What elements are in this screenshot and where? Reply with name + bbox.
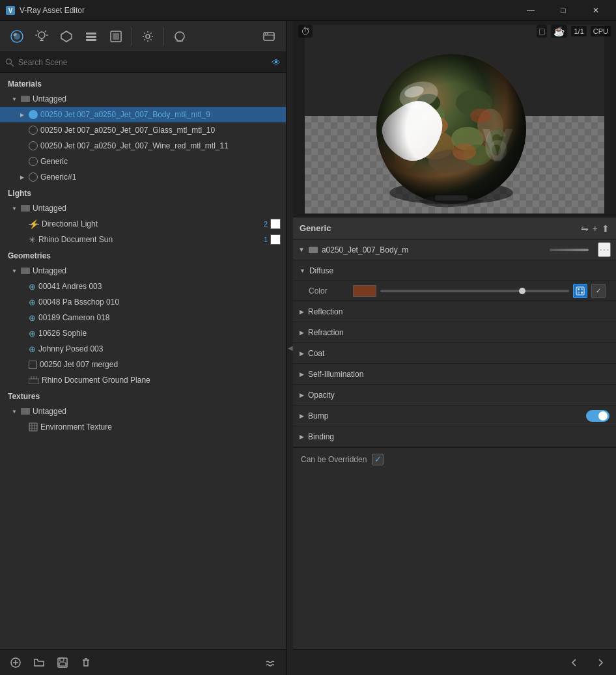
- nav-prev-btn[interactable]: [564, 652, 585, 673]
- add-asset-btn[interactable]: [5, 652, 26, 673]
- binding-section[interactable]: ▶ Binding: [293, 426, 616, 447]
- mat2-label: 00250 Jet 007_a0250_Jet_007_Glass_mtl_mt…: [40, 126, 281, 135]
- material-active-icon: [29, 110, 38, 119]
- svg-point-24: [7, 59, 12, 64]
- bump-toggle-knob: [598, 411, 608, 420]
- search-bar: 👁: [0, 52, 286, 73]
- lights-group-icon: [21, 205, 30, 212]
- geo-group-icon: [21, 268, 30, 274]
- lights-untagged-group[interactable]: ▼ Untagged: [0, 200, 286, 216]
- sphere-preview: V 6: [293, 21, 616, 217]
- mat-options-btn[interactable]: ⋯: [598, 242, 611, 257]
- materials-untagged-group[interactable]: ▼ Untagged: [0, 91, 286, 107]
- svg-line-25: [11, 63, 14, 66]
- material-item-mat3[interactable]: 00250 Jet 007_a0250_Jet_007_Wine_red_mtl…: [0, 138, 286, 154]
- mat-row-expand-icon: ▼: [298, 246, 305, 253]
- coat-label: Coat: [308, 349, 609, 358]
- toolbar-layers-btn[interactable]: [79, 25, 103, 48]
- visibility-toggle-btn[interactable]: 👁: [272, 57, 281, 68]
- self-illumination-section[interactable]: ▶ Self-Illumination: [293, 364, 616, 385]
- geo-item-johnny[interactable]: ⊕ Johnny Posed 003: [0, 341, 286, 357]
- title-bar: V V-Ray Asset Editor — □ ✕: [0, 0, 616, 21]
- opacity-section[interactable]: ▶ Opacity: [293, 385, 616, 406]
- properties-title: Generic: [300, 223, 576, 233]
- props-upload-btn[interactable]: ⬆: [602, 223, 609, 234]
- search-input[interactable]: [18, 58, 268, 67]
- preview-viewport-btn[interactable]: □: [537, 25, 547, 38]
- diffuse-enable-btn[interactable]: ✓: [591, 284, 606, 298]
- preview-time-icon: ⏱: [298, 25, 313, 38]
- geo-item-cameron[interactable]: ⊕ 00189 Cameron 018: [0, 310, 286, 325]
- toolbar-assets-btn[interactable]: [168, 25, 191, 48]
- toolbar-settings-btn[interactable]: [136, 25, 160, 48]
- open-btn[interactable]: [29, 652, 49, 673]
- svg-line-10: [45, 31, 46, 32]
- material-item-generic1[interactable]: ▶ Generic#1: [0, 169, 286, 185]
- maximize-button[interactable]: □: [548, 0, 578, 21]
- opacity-expand-icon: ▶: [300, 392, 304, 398]
- toolbar-render-btn[interactable]: [104, 25, 128, 48]
- geo-item-ground[interactable]: Rhino Document Ground Plane: [0, 372, 286, 388]
- geo-item-andres[interactable]: ⊕ 00041 Andres 003: [0, 279, 286, 294]
- diffuse-expand-icon: ▼: [300, 268, 305, 274]
- material-item-generic[interactable]: Generic: [0, 154, 286, 169]
- coat-section[interactable]: ▶ Coat: [293, 343, 616, 364]
- reflection-section[interactable]: ▶ Reflection: [293, 301, 616, 322]
- nav-next-btn[interactable]: [590, 652, 611, 673]
- texture-item-env[interactable]: Environment Texture: [0, 419, 286, 435]
- light-directional[interactable]: ⚡ Directional Light 2: [0, 216, 286, 232]
- diffuse-color-swatch[interactable]: [353, 285, 376, 297]
- mat-slider-preview: [550, 249, 589, 251]
- override-label: Can be Overridden: [301, 455, 367, 464]
- geo4-label: 10626 Sophie: [38, 329, 281, 338]
- preview-render-btn[interactable]: ☕: [551, 25, 567, 38]
- bump-toggle[interactable]: [586, 410, 609, 422]
- bump-label: Bump: [308, 411, 328, 420]
- materials-section-header: Materials: [0, 76, 286, 91]
- diffuse-header[interactable]: ▼ Diffuse: [293, 260, 616, 281]
- override-checkbox[interactable]: ✓: [372, 454, 384, 465]
- preview-controls-right: □ ☕ 1/1 CPU: [537, 25, 611, 38]
- refraction-section[interactable]: ▶ Refraction: [293, 322, 616, 343]
- untagged-tex-expand-icon: ▼: [10, 407, 18, 415]
- svg-rect-30: [29, 423, 37, 431]
- toolbar-window-btn[interactable]: [257, 25, 281, 48]
- svg-line-9: [37, 31, 38, 32]
- minimize-button[interactable]: —: [516, 0, 546, 21]
- textures-untagged-group[interactable]: ▼ Untagged: [0, 404, 286, 419]
- panel-collapse-handle[interactable]: ◀: [287, 21, 293, 675]
- toolbar-geometry-btn[interactable]: [55, 25, 78, 48]
- toolbar-lights-btn[interactable]: [30, 25, 53, 48]
- props-add-btn[interactable]: +: [593, 223, 598, 234]
- props-header-buttons: ⇋ + ⬆: [581, 223, 609, 234]
- bottom-toolbar: [0, 649, 286, 675]
- geometries-untagged-group[interactable]: ▼ Untagged: [0, 263, 286, 279]
- close-button[interactable]: ✕: [581, 0, 611, 21]
- import-btn[interactable]: [260, 652, 281, 673]
- geo-item-sophie[interactable]: ⊕ 10626 Sophie: [0, 325, 286, 341]
- diffuse-label: Diffuse: [309, 266, 609, 275]
- material-item-mat1[interactable]: ▶ 00250 Jet 007_a0250_Jet_007_Body_mtll_…: [0, 107, 286, 122]
- svg-rect-13: [86, 33, 96, 34]
- geo-item-jet[interactable]: 00250 Jet 007 merged: [0, 357, 286, 372]
- props-transfer-btn[interactable]: ⇋: [581, 223, 589, 234]
- svg-rect-26: [29, 379, 39, 384]
- save-btn[interactable]: [52, 652, 73, 673]
- sun-icon: ✳: [29, 235, 36, 245]
- delete-btn[interactable]: [76, 652, 96, 673]
- svg-rect-73: [581, 288, 583, 290]
- geo-item-pa[interactable]: ⊕ 00048 Pa Bsschop 010: [0, 294, 286, 310]
- geo5-label: Johnny Posed 003: [38, 344, 281, 353]
- material-name-input[interactable]: [322, 245, 546, 255]
- diffuse-texture-btn[interactable]: [573, 284, 587, 298]
- light-sun[interactable]: ✳ Rhino Document Sun 1: [0, 232, 286, 247]
- lights-section-header: Lights: [0, 185, 286, 200]
- mat3-icon: [29, 141, 38, 150]
- textures-section-header: Textures: [0, 388, 286, 404]
- bump-section[interactable]: ▶ Bump: [293, 406, 616, 426]
- search-icon: [5, 58, 14, 67]
- toolbar-materials-btn[interactable]: [5, 25, 29, 48]
- material-item-mat2[interactable]: 00250 Jet 007_a0250_Jet_007_Glass_mtl_mt…: [0, 122, 286, 138]
- texture-icon: [29, 422, 38, 432]
- diffuse-color-slider[interactable]: [380, 290, 569, 292]
